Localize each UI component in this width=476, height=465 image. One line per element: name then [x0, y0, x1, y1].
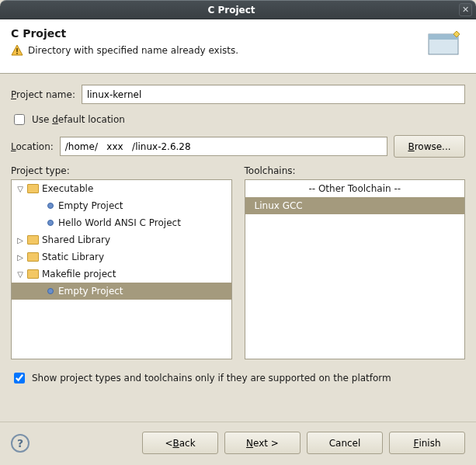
- titlebar: C Project ✕: [0, 0, 476, 19]
- folder-icon: [27, 252, 39, 262]
- finish-button[interactable]: Finish: [389, 432, 465, 454]
- dialog-window: C Project ✕ C Project Directory with spe…: [0, 0, 476, 465]
- page-title: C Project: [11, 27, 417, 40]
- tree-label: Makefile project: [42, 269, 116, 279]
- filter-supported-label[interactable]: Show project types and toolchains only i…: [32, 373, 391, 383]
- use-default-location-label[interactable]: Use default location: [32, 114, 125, 125]
- close-icon[interactable]: ✕: [459, 3, 472, 16]
- toolchains-list[interactable]: -- Other Toolchain -- Linux GCC: [245, 179, 466, 359]
- browse-button[interactable]: Browse...: [394, 135, 465, 158]
- back-button[interactable]: < Back: [142, 432, 218, 454]
- help-icon[interactable]: ?: [11, 434, 30, 453]
- bullet-icon: [47, 203, 54, 209]
- tree-node-makefile-empty[interactable]: Empty Project: [12, 283, 231, 300]
- project-name-input[interactable]: [82, 85, 465, 104]
- folder-icon: [27, 269, 39, 279]
- tree-node-hello-world[interactable]: Hello World ANSI C Project: [12, 214, 231, 231]
- chevron-down-icon[interactable]: ▽: [15, 185, 26, 193]
- toolchains-label: Toolchains:: [245, 165, 466, 176]
- tree-label: Hello World ANSI C Project: [58, 217, 181, 228]
- tree-label: Static Library: [42, 252, 104, 262]
- dialog-header: C Project Directory with specified name …: [0, 19, 476, 74]
- svg-rect-3: [429, 34, 458, 40]
- bullet-icon: [47, 288, 54, 294]
- use-default-location-checkbox[interactable]: [14, 114, 25, 125]
- tree-label: Executable: [42, 183, 93, 194]
- chevron-down-icon[interactable]: ▽: [15, 270, 26, 279]
- dialog-footer: ? < Back Next > Cancel Finish: [0, 422, 476, 465]
- list-item-other-toolchain[interactable]: -- Other Toolchain --: [245, 180, 465, 197]
- folder-icon: [27, 235, 39, 245]
- tree-label: Empty Project: [58, 200, 123, 211]
- spacer: [11, 394, 465, 417]
- list-item-linux-gcc[interactable]: Linux GCC: [245, 197, 465, 214]
- dialog-body: Project name: Use default location Locat…: [0, 74, 476, 422]
- location-input[interactable]: [60, 137, 387, 156]
- next-button[interactable]: Next >: [224, 432, 301, 454]
- window-title: C Project: [4, 5, 459, 16]
- svg-rect-0: [16, 48, 18, 52]
- chevron-right-icon[interactable]: ▷: [15, 236, 26, 245]
- bullet-icon: [47, 220, 54, 226]
- tree-node-empty-project[interactable]: Empty Project: [12, 197, 231, 214]
- tree-node-shared-library[interactable]: ▷ Shared Library: [12, 231, 231, 248]
- cancel-button[interactable]: Cancel: [307, 432, 383, 454]
- tree-node-static-library[interactable]: ▷ Static Library: [12, 248, 231, 265]
- warning-text: Directory with specified name already ex…: [28, 45, 238, 56]
- folder-icon: [27, 184, 39, 193]
- chevron-right-icon[interactable]: ▷: [15, 253, 26, 262]
- svg-rect-1: [16, 53, 18, 54]
- project-name-label: Project name:: [11, 89, 75, 100]
- warning-icon: [11, 44, 23, 57]
- project-type-tree[interactable]: ▽ Executable Empty Project Hello World A…: [11, 179, 232, 359]
- wizard-banner-icon: [425, 27, 465, 60]
- tree-label: Shared Library: [42, 234, 110, 245]
- list-item-label: -- Other Toolchain --: [308, 183, 401, 194]
- project-type-label: Project type:: [11, 165, 232, 176]
- filter-supported-checkbox[interactable]: [14, 373, 25, 383]
- list-item-label: Linux GCC: [255, 200, 303, 211]
- tree-node-executable[interactable]: ▽ Executable: [12, 180, 231, 197]
- location-label: Location:: [11, 141, 54, 152]
- tree-label: Empty Project: [58, 286, 123, 297]
- tree-node-makefile[interactable]: ▽ Makefile project: [12, 265, 231, 283]
